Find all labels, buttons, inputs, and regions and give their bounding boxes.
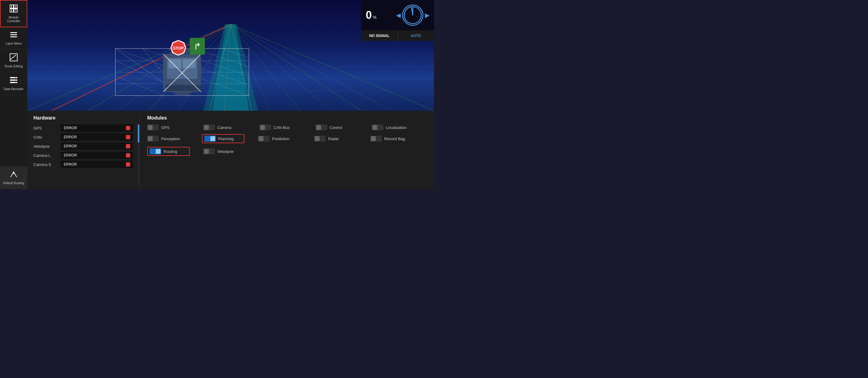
module-prediction-label: Prediction: [272, 136, 289, 141]
module-gps-label: GPS: [161, 125, 169, 130]
toggle-knob: [210, 136, 215, 141]
module-radar-toggle[interactable]: [314, 136, 326, 142]
speed-gauge: [402, 5, 423, 26]
modules-section: Modules GPS Camera: [140, 111, 434, 189]
hw-gps-label: GPS: [33, 126, 61, 130]
hw-can-status: ERROR: [61, 133, 133, 141]
svg-text:↱: ↱: [194, 41, 201, 51]
hardware-scrollbar[interactable]: [138, 124, 139, 185]
table-row: CAN ERROR: [33, 133, 133, 141]
sidebar-item-label-data-recorder: Data Recorder: [4, 87, 23, 91]
hardware-scroll-thumb: [138, 124, 139, 143]
module-prediction-toggle[interactable]: [258, 136, 270, 142]
toggle-knob: [371, 136, 376, 141]
module-localization-toggle[interactable]: [372, 124, 383, 130]
speed-left-arrow[interactable]: ◀: [396, 11, 401, 19]
sidebar-item-data-recorder[interactable]: Data Recorder: [0, 72, 27, 95]
toggle-knob: [148, 136, 153, 141]
hardware-title: Hardware: [33, 115, 133, 121]
sidebar-item-label-default-routing: Default Routing: [3, 181, 24, 185]
module-perception-label: Perception: [161, 136, 180, 141]
module-control-label: Control: [330, 125, 342, 130]
toggle-knob: [204, 149, 209, 154]
hardware-section: Hardware GPS ERROR CAN ERROR: [27, 111, 140, 189]
sidebar-item-label-module-controller: Module Controller: [2, 16, 25, 23]
module-control: Control: [316, 124, 358, 130]
module-routing-toggle[interactable]: [150, 148, 161, 154]
svg-rect-61: [183, 59, 195, 68]
toggle-knob: [156, 149, 160, 154]
speed-arrows: ◀ ▶: [396, 5, 429, 26]
route-editing-icon: [9, 53, 18, 63]
svg-rect-10: [10, 36, 17, 37]
svg-rect-11: [10, 54, 17, 61]
svg-rect-14: [10, 80, 17, 81]
stop-sign: STOP: [170, 39, 187, 57]
toggle-knob: [316, 125, 321, 130]
module-planning-toggle[interactable]: [204, 136, 216, 142]
toggle-knob: [315, 136, 319, 141]
module-velodyne: Velodyne: [203, 147, 246, 156]
hw-camera-l-status: ERROR: [61, 152, 133, 159]
module-planning-label: Planning: [218, 136, 234, 141]
module-record-bag-toggle[interactable]: [370, 136, 382, 142]
speed-display: 0 %: [366, 9, 376, 22]
svg-rect-9: [10, 34, 17, 35]
module-routing-label: Routing: [163, 149, 177, 154]
default-routing-icon: [9, 170, 18, 180]
hardware-list: GPS ERROR CAN ERROR Velodyne: [33, 124, 133, 168]
sidebar-item-layer-menu[interactable]: Layer Menu: [0, 27, 27, 50]
toggle-knob: [148, 125, 153, 130]
auto-label[interactable]: AUTO: [398, 30, 434, 41]
svg-rect-18: [16, 82, 16, 83]
hw-gps-status: ERROR: [61, 124, 133, 132]
hw-can-label: CAN: [33, 135, 61, 139]
module-localization: Localization: [372, 124, 414, 130]
module-localization-label: Localization: [386, 125, 407, 130]
sidebar-item-module-controller[interactable]: Module Controller: [0, 0, 27, 27]
module-velodyne-label: Velodyne: [217, 149, 234, 154]
module-controller-icon: [9, 4, 18, 14]
direction-sign: ↱: [190, 38, 205, 57]
table-row: Velodyne ERROR: [33, 143, 133, 150]
module-camera-toggle[interactable]: [203, 124, 215, 130]
svg-rect-8: [10, 32, 17, 33]
module-velodyne-toggle[interactable]: [203, 148, 215, 154]
toggle-knob: [258, 136, 264, 141]
module-perception-toggle[interactable]: [147, 136, 159, 142]
hw-camera-l-status-text: ERROR: [64, 153, 77, 157]
module-camera-label: Camera: [217, 125, 231, 130]
module-prediction: Prediction: [258, 134, 301, 143]
module-record-bag: Record Bag: [370, 134, 413, 143]
hw-camera-s-status-text: ERROR: [64, 162, 77, 166]
hw-gps-error-dot: [126, 126, 130, 130]
speed-unit: %: [373, 15, 376, 20]
modules-row-2: Perception Planning Prediction: [147, 134, 426, 143]
speed-value: 0: [366, 9, 372, 22]
modules-rows: GPS Camera CAN Bus: [147, 124, 426, 156]
svg-rect-13: [10, 77, 17, 78]
module-can-bus-toggle[interactable]: [259, 124, 271, 130]
module-gps-toggle[interactable]: [147, 124, 159, 130]
module-camera: Camera: [203, 124, 246, 130]
module-perception: Perception: [147, 134, 190, 143]
speed-right-arrow[interactable]: ▶: [425, 11, 429, 19]
hw-velodyne-label: Velodyne: [33, 144, 61, 149]
svg-rect-16: [16, 77, 16, 78]
sidebar-item-default-routing[interactable]: Default Routing: [0, 166, 27, 189]
hw-can-error-dot: [126, 135, 130, 139]
table-row: GPS ERROR: [33, 124, 133, 132]
svg-rect-17: [16, 80, 16, 81]
hw-gps-status-text: ERROR: [64, 126, 77, 130]
module-record-bag-label: Record Bag: [384, 136, 405, 141]
svg-rect-60: [168, 59, 181, 68]
module-control-toggle[interactable]: [316, 124, 327, 130]
toggle-knob: [372, 125, 377, 130]
main-content: STOP ↱ 0 % ◀: [27, 0, 434, 189]
modules-row-3: Routing Velodyne: [147, 147, 426, 156]
sidebar-item-label-route-editing: Route Editing: [5, 65, 23, 68]
hw-can-status-text: ERROR: [64, 135, 77, 139]
svg-rect-62: [165, 85, 202, 91]
3d-view: STOP ↱ 0 % ◀: [27, 0, 434, 111]
sidebar-item-route-editing[interactable]: Route Editing: [0, 50, 27, 72]
